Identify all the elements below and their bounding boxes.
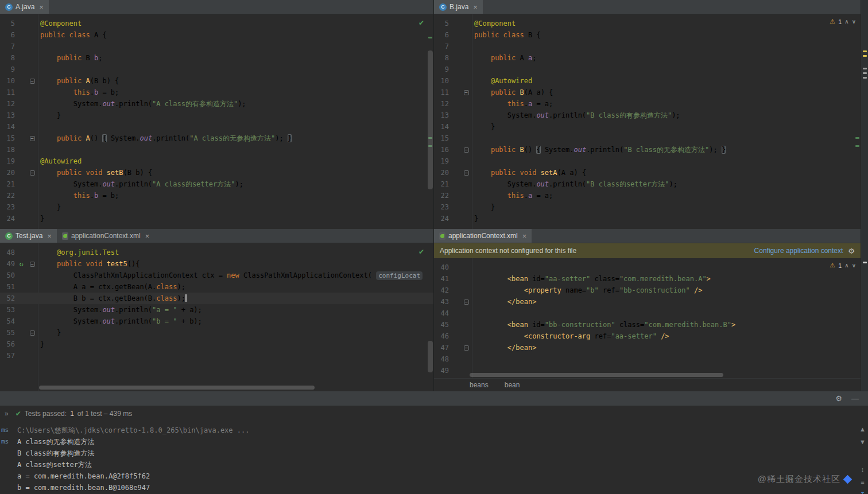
code-line[interactable]: 48 @org.junit.Test bbox=[0, 247, 433, 258]
code-line[interactable]: 24} bbox=[434, 213, 861, 224]
line-number[interactable]: 8 bbox=[0, 52, 15, 64]
code-line[interactable]: 9 bbox=[0, 64, 433, 75]
line-number[interactable]: 6 bbox=[434, 29, 449, 41]
code-line[interactable]: 48 bbox=[434, 353, 861, 365]
code-line[interactable]: 55− } bbox=[0, 327, 433, 339]
code-line[interactable]: 21 System.out.println("B class的setter方法"… bbox=[434, 178, 861, 190]
line-number[interactable]: 46 bbox=[434, 330, 449, 342]
fold-icon[interactable]: − bbox=[464, 170, 469, 176]
code-line[interactable]: 24} bbox=[0, 213, 433, 224]
tab-application-context-xml[interactable]: applicationContext.xml × bbox=[57, 229, 154, 243]
breadcrumb-item-bean[interactable]: bean bbox=[505, 381, 520, 389]
line-number[interactable]: 22 bbox=[0, 190, 15, 201]
line-number[interactable]: 8 bbox=[434, 52, 449, 64]
fold-icon[interactable]: − bbox=[464, 90, 469, 95]
stripe-mark[interactable] bbox=[863, 72, 867, 74]
code-line[interactable]: 57 bbox=[0, 350, 433, 361]
line-number[interactable]: 6 bbox=[0, 29, 15, 41]
close-icon[interactable]: × bbox=[473, 3, 478, 11]
code-line[interactable]: 51 A a = ctx.getBean(A.class); bbox=[0, 281, 433, 293]
code-line[interactable]: 20− public void setA(A a) { bbox=[434, 167, 861, 178]
scroll-down-icon[interactable]: ▼ bbox=[859, 438, 866, 445]
settings-gear-icon[interactable]: ⚙ bbox=[835, 394, 842, 403]
close-icon[interactable]: × bbox=[145, 232, 150, 240]
line-number[interactable]: 40 bbox=[434, 262, 449, 273]
code-line[interactable]: 43− </bean> bbox=[434, 296, 861, 308]
fold-icon[interactable]: − bbox=[464, 345, 469, 351]
settings-menu-icon[interactable]: ≡ bbox=[859, 479, 866, 485]
tab-test-java[interactable]: C Test.java × bbox=[0, 229, 57, 243]
line-number[interactable]: 15 bbox=[434, 133, 449, 144]
line-number[interactable]: 55 bbox=[0, 327, 15, 339]
line-number[interactable]: 50 bbox=[434, 376, 449, 378]
fold-icon[interactable]: − bbox=[464, 147, 469, 153]
fold-icon[interactable]: − bbox=[464, 299, 469, 305]
line-number[interactable]: 53 bbox=[0, 304, 15, 316]
close-icon[interactable]: × bbox=[39, 3, 44, 11]
line-number[interactable]: 20 bbox=[434, 167, 449, 178]
code-line[interactable]: 53 System.out.println("a = " + a); bbox=[0, 304, 433, 316]
horizontal-scrollbar-thumb[interactable] bbox=[470, 373, 723, 377]
code-line[interactable]: 9 bbox=[434, 64, 861, 75]
line-number[interactable]: 49 bbox=[0, 258, 15, 270]
code-line[interactable]: 46 <constructor-arg ref="aa-setter" /> bbox=[434, 330, 861, 342]
stripe-mark[interactable] bbox=[863, 68, 867, 69]
line-number[interactable]: 52 bbox=[0, 293, 15, 304]
line-number[interactable]: 14 bbox=[0, 121, 15, 133]
inspection-widget[interactable]: ⚠1 ∧ ∨ bbox=[830, 18, 856, 25]
code-line[interactable]: 23 } bbox=[0, 201, 433, 213]
gear-icon[interactable]: ⚙ bbox=[848, 247, 855, 255]
line-number[interactable]: 10 bbox=[0, 75, 15, 87]
configure-application-context-link[interactable]: Configure application context bbox=[754, 247, 843, 255]
fold-icon[interactable]: − bbox=[30, 262, 35, 267]
editor-b-java[interactable]: 5@Component6public class B {78 public A … bbox=[434, 14, 861, 229]
code-line[interactable]: 13 System.out.println("B class的有参构造方法"); bbox=[434, 110, 861, 121]
fold-icon[interactable]: − bbox=[30, 330, 35, 336]
warning-stripe-mark[interactable] bbox=[863, 50, 867, 52]
code-line[interactable]: 19 bbox=[434, 155, 861, 167]
line-number[interactable]: 19 bbox=[434, 155, 449, 167]
line-number[interactable]: 48 bbox=[434, 353, 449, 365]
code-line[interactable]: 7 bbox=[0, 41, 433, 52]
code-line[interactable]: 12 System.out.println("A class的有参构造方法"); bbox=[0, 98, 433, 110]
history-chevron-icon[interactable]: » bbox=[5, 410, 9, 418]
vertical-scrollbar-thumb[interactable] bbox=[428, 50, 433, 189]
code-line[interactable]: 41 <bean id="aa-setter" class="com.mered… bbox=[434, 273, 861, 285]
code-line[interactable]: 22 this.a = a; bbox=[434, 190, 861, 201]
code-line[interactable]: 6public class B { bbox=[434, 29, 861, 41]
next-problem-icon[interactable]: ∨ bbox=[852, 262, 856, 269]
fold-icon[interactable]: − bbox=[30, 170, 35, 176]
error-stripe[interactable] bbox=[861, 0, 868, 391]
tab-a-java[interactable]: C A.java × bbox=[0, 0, 49, 14]
line-number[interactable]: 11 bbox=[434, 87, 449, 98]
inspection-widget[interactable]: ⚠1 ∧ ∨ bbox=[830, 262, 856, 269]
code-line[interactable]: 8 public B b; bbox=[0, 52, 433, 64]
code-line[interactable]: 5@Component bbox=[0, 18, 433, 29]
line-number[interactable]: 44 bbox=[434, 308, 449, 319]
code-line[interactable]: 56} bbox=[0, 339, 433, 350]
code-line[interactable]: 49↻− public void test5(){ bbox=[0, 258, 433, 270]
prev-problem-icon[interactable]: ∧ bbox=[844, 262, 848, 269]
line-number[interactable]: 45 bbox=[434, 319, 449, 330]
code-line[interactable]: 54 System.out.println("b = " + b); bbox=[0, 316, 433, 327]
code-line[interactable]: 14 bbox=[0, 121, 433, 133]
line-number[interactable]: 49 bbox=[434, 365, 449, 376]
prev-problem-icon[interactable]: ∧ bbox=[844, 18, 848, 25]
line-number[interactable]: 19 bbox=[0, 155, 15, 167]
editor-a-java[interactable]: 5@Component6public class A {78 public B … bbox=[0, 14, 433, 229]
close-icon[interactable]: × bbox=[47, 232, 52, 240]
expand-all-icon[interactable]: ↕ bbox=[859, 466, 866, 473]
code-line[interactable]: 8 public A a; bbox=[434, 52, 861, 64]
code-line[interactable]: 20− public void setB(B b) { bbox=[0, 167, 433, 178]
line-number[interactable]: 21 bbox=[0, 178, 15, 190]
scroll-up-icon[interactable]: ▲ bbox=[859, 426, 866, 433]
scroll-to-end-icon[interactable]: ↧ bbox=[859, 491, 866, 494]
code-line[interactable]: 11 this.b = b; bbox=[0, 87, 433, 98]
code-line[interactable]: 50 ClassPathXmlApplicationContext ctx = … bbox=[0, 270, 433, 281]
line-number[interactable]: 10 bbox=[434, 75, 449, 87]
code-line[interactable]: 16− public B() { System.out.println("B c… bbox=[434, 144, 861, 155]
code-line[interactable]: 52 B b = ctx.getBean(B.class); bbox=[0, 293, 433, 304]
fold-icon[interactable]: − bbox=[30, 79, 35, 84]
line-number[interactable]: 42 bbox=[434, 285, 449, 296]
stripe-mark[interactable] bbox=[863, 262, 867, 263]
